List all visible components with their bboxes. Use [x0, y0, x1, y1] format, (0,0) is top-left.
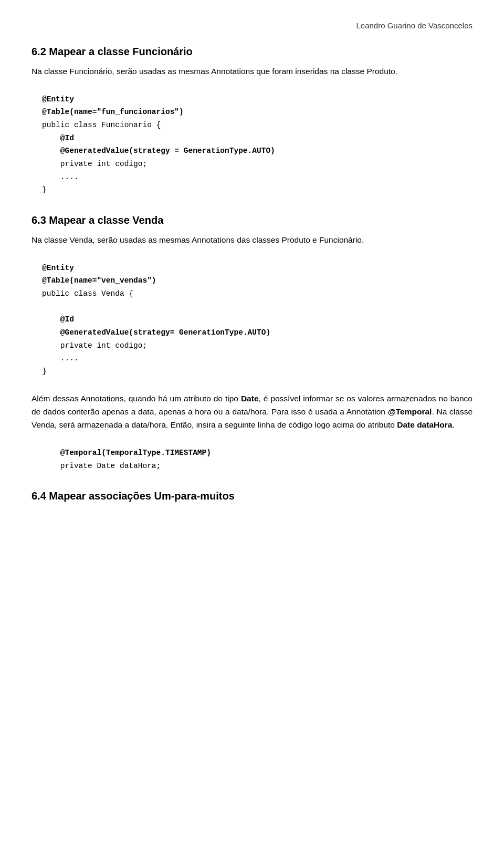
- section-6-2-title: 6.2 Mapear a classe Funcionário: [32, 46, 472, 58]
- section-6-3-code2: @Temporal(TemporalType.TIMESTAMP) privat…: [32, 441, 472, 477]
- section-6-3-code: @Entity @Table(name="ven_vendas") public…: [32, 256, 472, 383]
- section-6-2-code: @Entity @Table(name="fun_funcionarios") …: [32, 88, 472, 202]
- code-line: @Entity @Table(name="fun_funcionarios") …: [42, 95, 275, 194]
- code-line: @Entity @Table(name="ven_vendas") public…: [42, 264, 270, 376]
- section-6-2: 6.2 Mapear a classe Funcionário Na class…: [32, 46, 472, 202]
- section-6-3: 6.3 Mapear a classe Venda Na classe Vend…: [32, 214, 472, 477]
- code-line: @Temporal(TemporalType.TIMESTAMP) privat…: [42, 449, 211, 470]
- page-header: Leandro Guarino de Vasconcelos: [32, 21, 472, 30]
- author-name: Leandro Guarino de Vasconcelos: [356, 21, 472, 30]
- section-6-3-extra1: Além dessas Annotations, quando há um at…: [32, 392, 472, 431]
- section-6-4: 6.4 Mapear associações Um-para-muitos: [32, 490, 472, 502]
- section-6-4-title: 6.4 Mapear associações Um-para-muitos: [32, 490, 472, 502]
- section-6-2-intro: Na classe Funcionário, serão usadas as m…: [32, 65, 472, 78]
- section-6-3-title: 6.3 Mapear a classe Venda: [32, 214, 472, 226]
- section-6-3-intro: Na classe Venda, serão usadas as mesmas …: [32, 234, 472, 247]
